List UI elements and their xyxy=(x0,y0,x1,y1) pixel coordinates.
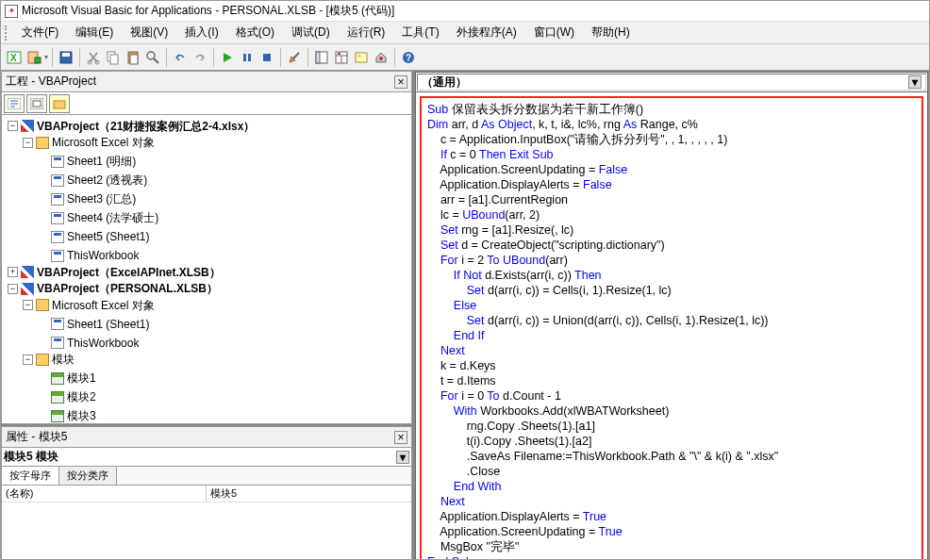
svg-rect-25 xyxy=(357,55,361,58)
module1[interactable]: 模块1 xyxy=(36,371,98,386)
project-node-1[interactable]: −VBAProject（21财捷报案例汇总2-4.xlsx） xyxy=(6,119,257,134)
svg-rect-3 xyxy=(35,58,41,63)
svg-rect-35 xyxy=(54,101,65,108)
svg-rect-9 xyxy=(110,55,118,64)
properties-panel-header: 属性 - 模块5 × xyxy=(1,426,412,448)
window-title: Microsoft Visual Basic for Applications … xyxy=(22,3,394,19)
sheet3[interactable]: Sheet3 (汇总) xyxy=(36,191,138,206)
sheet1-3[interactable]: Sheet1 (Sheet1) xyxy=(36,317,151,332)
properties-grid[interactable]: (名称) 模块5 xyxy=(1,486,412,560)
menu-help[interactable]: 帮助(H) xyxy=(584,23,638,42)
properties-button[interactable] xyxy=(332,48,351,67)
project-node-3[interactable]: −VBAProject（PERSONAL.XLSB） xyxy=(6,281,220,296)
menu-view[interactable]: 视图(V) xyxy=(123,23,175,42)
run-button[interactable] xyxy=(218,48,237,67)
code-editor[interactable]: Sub 保留表头拆分数据为若干新工作簿() Dim arr, d As Obje… xyxy=(420,96,923,560)
module3[interactable]: 模块3 xyxy=(36,408,98,423)
close-project-panel[interactable]: × xyxy=(394,75,407,89)
view-code-button[interactable] xyxy=(4,94,25,113)
view-object-button[interactable] xyxy=(26,94,47,113)
break-button[interactable] xyxy=(238,48,257,67)
menu-insert[interactable]: 插入(I) xyxy=(177,23,225,42)
insert-module-button[interactable] xyxy=(25,48,43,67)
svg-line-17 xyxy=(293,53,299,58)
copy-button[interactable] xyxy=(104,48,123,67)
close-properties-panel[interactable]: × xyxy=(394,431,407,444)
properties-object-combo[interactable]: 模块5 模块▾ xyxy=(1,448,412,467)
project-explorer-button[interactable] xyxy=(312,48,331,67)
prop-tab-alphabetic[interactable]: 按字母序 xyxy=(2,467,59,485)
menubar: 文件(F) 编辑(E) 视图(V) 插入(I) 格式(O) 调试(D) 运行(R… xyxy=(1,22,929,44)
svg-rect-34 xyxy=(33,101,41,107)
svg-rect-5 xyxy=(62,53,70,57)
find-button[interactable] xyxy=(143,48,162,67)
module2[interactable]: 模块2 xyxy=(36,389,98,404)
sheet4[interactable]: Sheet4 (法学硕士) xyxy=(36,210,160,225)
thisworkbook-1[interactable]: ThisWorkbook xyxy=(36,248,141,263)
titlebar: ✦ Microsoft Visual Basic for Application… xyxy=(1,1,929,22)
vba-icon: ✦ xyxy=(5,5,18,18)
menu-addin[interactable]: 外接程序(A) xyxy=(449,23,524,42)
prop-name-key: (名称) xyxy=(2,486,207,502)
menu-edit[interactable]: 编辑(E) xyxy=(68,23,121,42)
object-browser-button[interactable] xyxy=(352,48,371,67)
toolbar: X ▾ ? xyxy=(1,44,929,71)
svg-text:X: X xyxy=(10,53,17,63)
svg-rect-19 xyxy=(316,52,320,63)
svg-rect-14 xyxy=(243,54,246,61)
redo-button[interactable] xyxy=(191,48,209,67)
project-node-2[interactable]: +VBAProject（ExcelAPInet.XLSB） xyxy=(6,265,223,280)
menu-file[interactable]: 文件(F) xyxy=(14,23,66,42)
excel-icon[interactable]: X xyxy=(5,48,24,67)
svg-line-13 xyxy=(154,58,158,63)
svg-point-26 xyxy=(379,57,383,60)
save-button[interactable] xyxy=(57,48,75,67)
menu-debug[interactable]: 调试(D) xyxy=(284,23,338,42)
sheet1-1[interactable]: Sheet1 (明细) xyxy=(36,154,138,169)
toolbox-button[interactable] xyxy=(372,48,390,67)
menu-format[interactable]: 格式(O) xyxy=(228,23,282,42)
folder-excel-objects-1[interactable]: −Microsoft Excel 对象 xyxy=(21,135,157,150)
thisworkbook-3[interactable]: ThisWorkbook xyxy=(36,336,141,351)
prop-tab-categorized[interactable]: 按分类序 xyxy=(59,467,117,485)
paste-button[interactable] xyxy=(124,48,142,67)
reset-button[interactable] xyxy=(257,48,276,67)
menu-window[interactable]: 窗口(W) xyxy=(526,23,582,42)
code-object-combo[interactable]: （通用）▾ xyxy=(417,74,926,91)
undo-button[interactable] xyxy=(171,48,190,67)
folder-excel-objects-3[interactable]: −Microsoft Excel 对象 xyxy=(21,298,157,313)
svg-text:?: ? xyxy=(406,53,411,63)
prop-name-value[interactable]: 模块5 xyxy=(207,486,241,502)
folder-modules[interactable]: −模块 xyxy=(21,352,76,367)
svg-rect-16 xyxy=(263,54,271,61)
svg-rect-11 xyxy=(130,55,138,64)
menu-tools[interactable]: 工具(T) xyxy=(394,23,446,42)
project-toolbar xyxy=(1,92,412,115)
help-button[interactable]: ? xyxy=(399,48,418,67)
cut-button[interactable] xyxy=(84,48,103,67)
sheet2[interactable]: Sheet2 (透视表) xyxy=(36,173,149,188)
menu-run[interactable]: 运行(R) xyxy=(340,23,393,42)
sheet5[interactable]: Sheet5 (Sheet1) xyxy=(36,229,151,244)
svg-rect-23 xyxy=(338,53,340,55)
svg-rect-15 xyxy=(248,54,251,61)
toggle-folders-button[interactable] xyxy=(49,94,70,113)
design-mode-button[interactable] xyxy=(285,48,304,67)
project-panel-header: 工程 - VBAProject × xyxy=(1,71,412,92)
project-tree[interactable]: −VBAProject（21财捷报案例汇总2-4.xlsx） −Microsof… xyxy=(1,115,412,424)
svg-point-12 xyxy=(147,52,155,59)
